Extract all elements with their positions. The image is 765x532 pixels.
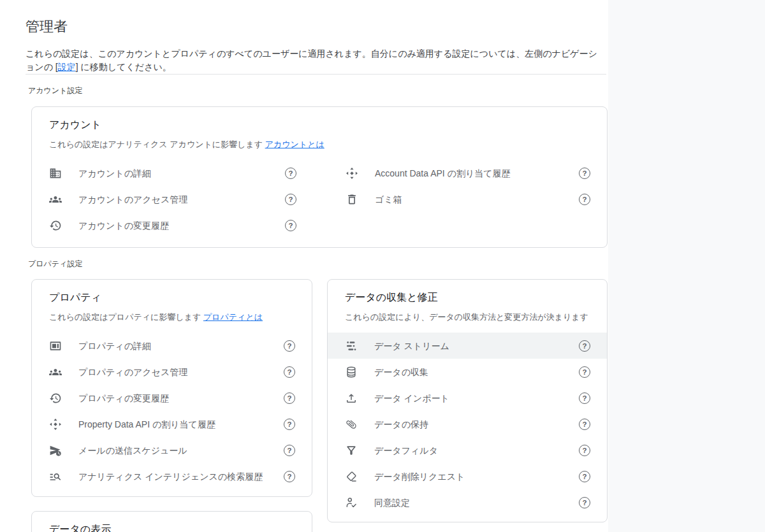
settings-item[interactable]: Account Data API の割り当て履歴 ?: [328, 160, 607, 186]
property-card-subtitle-text: これらの設定はプロパティに影響します: [49, 312, 201, 322]
help-icon[interactable]: ?: [579, 445, 590, 456]
settings-item-label: データの保持: [374, 418, 428, 431]
history-icon: [49, 392, 62, 405]
help-icon[interactable]: ?: [285, 220, 296, 231]
side-background-strip: [608, 0, 765, 532]
display-card-title: データの表示: [49, 522, 111, 532]
database-icon: [345, 366, 358, 378]
help-icon[interactable]: ?: [579, 168, 590, 179]
section-label-account-settings: アカウント設定: [28, 86, 82, 95]
settings-item-label: メールの送信スケジュール: [78, 444, 187, 457]
property-card-subtitle: これらの設定はプロパティに影響します プロパティとは: [49, 312, 263, 323]
help-icon[interactable]: ?: [284, 366, 295, 378]
paperclip-icon: [345, 418, 358, 431]
api-quota-icon: [346, 167, 358, 180]
data-card-subtitle: これらの設定により、データの収集方法と変更方法が決まります: [345, 312, 588, 323]
property-whatis-link[interactable]: プロパティとは: [203, 312, 263, 322]
eraser-icon: [345, 470, 358, 483]
account-card-title: アカウント: [49, 117, 101, 133]
settings-item-label: Property Data API の割り当て履歴: [78, 418, 215, 431]
settings-item[interactable]: データ削除リクエスト ?: [328, 463, 607, 489]
description-text-after: ] に移動してください。: [76, 62, 171, 72]
property-details-icon: [49, 340, 62, 352]
person-check-icon: [345, 496, 358, 509]
help-icon[interactable]: ?: [284, 419, 295, 430]
section-label-property-settings: プロパティ設定: [28, 259, 82, 268]
account-items-right: Account Data API の割り当て履歴 ? ゴミ箱 ?: [328, 160, 607, 238]
settings-item[interactable]: アナリティクス インテリジェンスの検索履歴 ?: [32, 463, 312, 489]
page-description: これらの設定は、このアカウントとプロパティのすべてのユーザーに適用されます。自分…: [26, 47, 606, 74]
help-icon[interactable]: ?: [579, 471, 590, 482]
help-icon[interactable]: ?: [284, 340, 295, 352]
account-card-subtitle-text: これらの設定はアナリティクス アカウントに影響します: [49, 140, 263, 149]
property-items: プロパティの詳細 ? プロパティのアクセス管理 ? プロパティの変更履歴 ? P…: [32, 333, 312, 489]
settings-item-label: データ削除リクエスト: [374, 470, 465, 483]
settings-item-label: アカウントのアクセス管理: [78, 193, 187, 206]
settings-item-label: Account Data API の割り当て履歴: [375, 167, 511, 180]
settings-item[interactable]: アカウントの変更履歴 ?: [32, 212, 313, 238]
account-whatis-link[interactable]: アカウントとは: [265, 140, 324, 149]
settings-item-label: データの収集: [374, 366, 428, 378]
header-divider: [26, 74, 606, 75]
settings-item[interactable]: プロパティのアクセス管理 ?: [32, 359, 312, 385]
help-icon[interactable]: ?: [285, 168, 296, 179]
help-icon[interactable]: ?: [579, 340, 590, 352]
settings-item-label: アカウントの詳細: [78, 167, 151, 180]
settings-item[interactable]: 同意設定 ?: [328, 489, 607, 515]
settings-item-label: 同意設定: [374, 496, 410, 509]
settings-item[interactable]: データフィルタ ?: [328, 437, 607, 463]
settings-item[interactable]: アカウントのアクセス管理 ?: [32, 186, 313, 212]
schedule-send-icon: [49, 444, 62, 457]
settings-item[interactable]: ゴミ箱 ?: [328, 186, 607, 212]
settings-item[interactable]: プロパティの詳細 ?: [32, 333, 312, 359]
account-card-subtitle: これらの設定はアナリティクス アカウントに影響します アカウントとは: [49, 139, 324, 150]
data-display-card: データの表示: [31, 511, 312, 532]
settings-item[interactable]: データの保持 ?: [328, 411, 607, 437]
groups-icon: [49, 193, 62, 206]
upload-icon: [345, 392, 358, 405]
manage-search-icon: [49, 470, 62, 483]
building-icon: [49, 167, 62, 180]
property-card: プロパティ これらの設定はプロパティに影響します プロパティとは プロパティの詳…: [31, 279, 312, 497]
settings-item-label: プロパティのアクセス管理: [78, 366, 187, 378]
page-title: 管理者: [26, 17, 68, 36]
help-icon[interactable]: ?: [285, 194, 296, 205]
settings-item[interactable]: メールの送信スケジュール ?: [32, 437, 312, 463]
property-card-title: プロパティ: [49, 290, 101, 305]
data-items: データ ストリーム ? データの収集 ? データ インポート ? データの保持 …: [328, 333, 607, 515]
settings-link[interactable]: 設定: [58, 62, 76, 72]
groups-icon: [49, 366, 62, 378]
settings-item-label: データ ストリーム: [374, 340, 449, 352]
api-quota-icon: [49, 418, 62, 431]
trash-icon: [346, 193, 358, 206]
stream-icon: [345, 340, 358, 352]
help-icon[interactable]: ?: [579, 392, 590, 404]
help-icon[interactable]: ?: [284, 471, 295, 482]
settings-item[interactable]: プロパティの変更履歴 ?: [32, 385, 312, 411]
settings-item[interactable]: Property Data API の割り当て履歴 ?: [32, 411, 312, 437]
help-icon[interactable]: ?: [579, 194, 590, 205]
settings-item-label: プロパティの詳細: [78, 340, 151, 352]
settings-item-label: データ インポート: [374, 392, 449, 405]
settings-item[interactable]: データ ストリーム ?: [328, 333, 607, 359]
settings-item-label: プロパティの変更履歴: [78, 392, 169, 405]
settings-item-label: アナリティクス インテリジェンスの検索履歴: [78, 470, 263, 483]
settings-item[interactable]: データ インポート ?: [328, 385, 607, 411]
account-items-left: アカウントの詳細 ? アカウントのアクセス管理 ? アカウントの変更履歴 ?: [32, 160, 313, 238]
settings-item[interactable]: データの収集 ?: [328, 359, 607, 385]
settings-item-label: アカウントの変更履歴: [78, 219, 169, 232]
settings-item-label: ゴミ箱: [375, 193, 402, 206]
help-icon[interactable]: ?: [579, 419, 590, 430]
settings-item-label: データフィルタ: [374, 444, 438, 457]
account-card: アカウント これらの設定はアナリティクス アカウントに影響します アカウントとは…: [31, 106, 608, 248]
help-icon[interactable]: ?: [579, 497, 590, 508]
settings-item[interactable]: アカウントの詳細 ?: [32, 160, 313, 186]
help-icon[interactable]: ?: [284, 445, 295, 456]
help-icon[interactable]: ?: [284, 392, 295, 404]
data-collection-card: データの収集と修正 これらの設定により、データの収集方法と変更方法が決まります …: [327, 279, 608, 522]
history-icon: [49, 219, 62, 232]
data-card-title: データの収集と修正: [345, 290, 438, 305]
help-icon[interactable]: ?: [579, 366, 590, 378]
filter-icon: [345, 444, 358, 457]
